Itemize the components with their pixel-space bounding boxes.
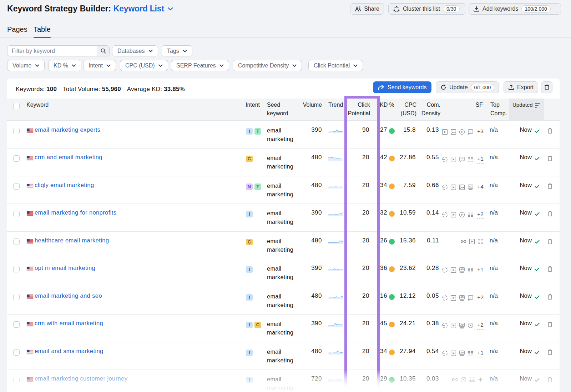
svg-text:AD: AD — [469, 185, 473, 188]
svg-text:?: ? — [470, 296, 472, 299]
svg-text:AD: AD — [460, 296, 464, 298]
svg-text:?: ? — [461, 157, 463, 161]
svg-text:AD: AD — [460, 351, 464, 354]
svg-text:AD: AD — [460, 268, 464, 271]
svg-text:AD: AD — [460, 323, 464, 326]
svg-text:?: ? — [470, 130, 472, 133]
